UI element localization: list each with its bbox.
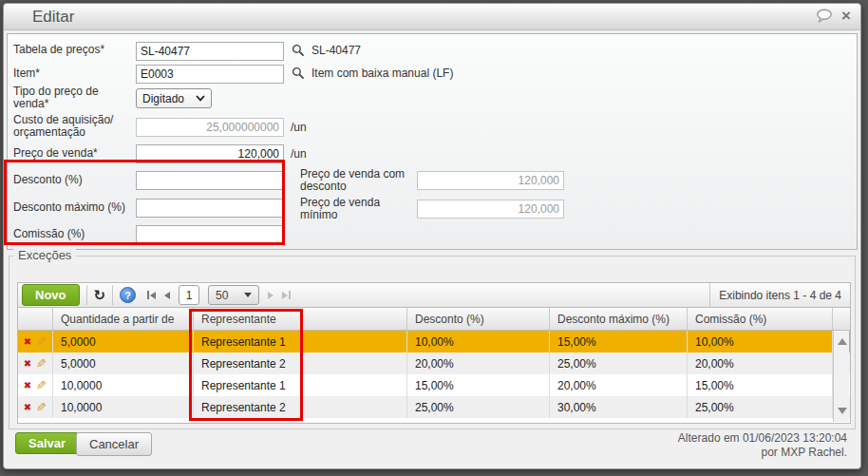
screen-background: Editar × Tabela de preços* SL-40477 <box>0 0 868 476</box>
modified-timestamp: Alterado em 01/06/2023 13:20:04 <box>678 431 847 446</box>
column-header[interactable]: Desconto máximo (%) <box>550 308 688 330</box>
price-table-input[interactable] <box>136 42 284 61</box>
sale-price-unit: /un <box>291 147 307 161</box>
exceptions-table: Quantidade a partir de Representante Des… <box>17 308 851 424</box>
sale-price-input[interactable] <box>136 144 284 163</box>
comment-bubble-icon[interactable] <box>815 9 834 24</box>
sale-price-type-select[interactable]: Digitado <box>136 88 212 108</box>
price-table-lookup-text: SL-40477 <box>311 44 361 57</box>
cell-quantity: 5,0000 <box>53 352 194 374</box>
delete-icon[interactable]: ✖ <box>24 358 31 369</box>
paging-status: Exibindo itens 1 - 4 de 4 <box>709 283 850 307</box>
help-icon[interactable]: ? <box>120 287 136 303</box>
cell-max-discount: 20,00% <box>550 374 688 396</box>
table-row[interactable]: ✖✎ 10,0000 Representante 1 15,00% 20,00%… <box>18 374 850 396</box>
dialog-title: Editar <box>32 8 74 27</box>
page-size-select[interactable]: 50 <box>208 285 259 305</box>
delete-icon[interactable]: ✖ <box>24 402 31 412</box>
page-number-box[interactable]: 1 <box>179 285 199 305</box>
cell-quantity: 10,0000 <box>53 396 194 418</box>
column-header[interactable]: Desconto (%) <box>407 308 550 330</box>
min-price-label: Preço de venda mínimo <box>300 197 419 221</box>
discounted-price-input <box>417 171 564 190</box>
cell-representative: Representante 2 <box>194 352 407 374</box>
item-lookup-text: Item com baixa manual (LF) <box>311 67 453 80</box>
scrollbar-header-spacer <box>833 308 849 330</box>
edit-pencil-icon[interactable]: ✎ <box>36 334 47 349</box>
cell-max-discount: 25,00% <box>550 352 688 374</box>
pagination: 1 50 <box>147 285 291 305</box>
sale-price-type-value: Digitado <box>142 92 184 105</box>
cell-commission: 15,00% <box>688 374 833 396</box>
cell-commission: 20,00% <box>688 352 833 374</box>
column-header[interactable]: Comissão (%) <box>688 308 833 330</box>
cancel-button[interactable]: Cancelar <box>76 432 152 456</box>
refresh-icon[interactable]: ↻ <box>94 288 106 302</box>
search-icon[interactable] <box>292 44 305 57</box>
acquisition-cost-unit: /un <box>291 121 307 134</box>
cell-discount: 20,00% <box>407 352 550 374</box>
edit-pencil-icon[interactable]: ✎ <box>36 400 47 414</box>
edit-pencil-icon[interactable]: ✎ <box>36 356 47 371</box>
cell-representative: Representante 1 <box>194 374 407 396</box>
acquisition-cost-input <box>136 118 284 137</box>
column-header[interactable]: Representante <box>194 308 407 330</box>
dropdown-arrow-icon <box>244 293 252 297</box>
edit-pencil-icon[interactable]: ✎ <box>36 378 47 392</box>
item-label: Item* <box>13 67 137 80</box>
item-input[interactable] <box>136 65 284 84</box>
cell-commission: 25,00% <box>688 396 833 418</box>
table-row[interactable]: ✖✎ 5,0000 Representante 2 20,00% 25,00% … <box>18 352 850 374</box>
cell-max-discount: 30,00% <box>550 396 688 418</box>
close-icon[interactable]: × <box>841 9 851 24</box>
delete-icon[interactable]: ✖ <box>24 380 31 390</box>
delete-icon[interactable]: ✖ <box>24 336 31 347</box>
cell-quantity: 10,0000 <box>53 374 194 396</box>
cell-max-discount: 15,00% <box>550 331 688 352</box>
exceptions-toolbar: Novo ↻ ? 1 50 Exibindo itens 1 - 4 de 4 <box>17 282 851 308</box>
commission-label: Comissão (%) <box>13 228 137 240</box>
acquisition-cost-label: Custo de aquisição/ orçamentação <box>13 114 137 139</box>
previous-page-button[interactable] <box>164 292 170 299</box>
actions-column-header <box>18 308 53 330</box>
toolbar-separator <box>86 285 87 305</box>
last-page-button[interactable] <box>282 291 291 299</box>
sale-price-label: Preço de venda* <box>13 147 137 160</box>
dialog-titlebar: Editar × <box>4 4 860 30</box>
cell-discount: 15,00% <box>407 374 550 396</box>
edit-dialog: Editar × Tabela de preços* SL-40477 <box>3 3 861 469</box>
chevron-down-icon <box>196 95 205 102</box>
modified-author: por MXP Rachel. <box>678 446 847 460</box>
discount-input[interactable] <box>136 171 284 190</box>
cell-representative: Representante 2 <box>194 396 407 418</box>
min-price-input <box>417 200 564 219</box>
table-row[interactable]: ✖✎ 5,0000 Representante 1 10,00% 15,00% … <box>18 331 850 352</box>
save-button[interactable]: Salvar <box>15 432 79 454</box>
search-icon[interactable] <box>292 67 305 80</box>
exceptions-legend: Exceções <box>13 248 76 262</box>
max-discount-input[interactable] <box>136 199 284 218</box>
table-header-row: Quantidade a partir de Representante Des… <box>18 308 850 331</box>
cell-quantity: 5,0000 <box>53 331 194 352</box>
table-scrollbar[interactable] <box>833 331 849 422</box>
discounted-price-label: Preço de venda com desconto <box>300 168 419 193</box>
page-size-value: 50 <box>216 289 228 302</box>
cell-commission: 10,00% <box>688 331 833 352</box>
sale-price-type-label: Tipo do preço de venda* <box>13 86 137 110</box>
table-row[interactable]: ✖✎ 10,0000 Representante 2 25,00% 30,00%… <box>18 396 850 418</box>
column-header[interactable]: Quantidade a partir de <box>53 308 194 330</box>
max-discount-label: Desconto máximo (%) <box>13 201 146 214</box>
commission-input[interactable] <box>136 225 284 244</box>
toolbar-separator <box>112 285 113 305</box>
cell-discount: 10,00% <box>407 331 550 352</box>
new-button[interactable]: Novo <box>22 284 80 306</box>
next-page-button[interactable] <box>268 292 274 299</box>
price-table-label: Tabela de preços* <box>13 44 137 56</box>
cell-discount: 25,00% <box>407 396 550 418</box>
scroll-up-arrow-icon[interactable] <box>838 338 847 345</box>
discount-label: Desconto (%) <box>13 174 137 186</box>
form-panel: Tabela de preços* SL-40477 Item* Item co… <box>7 33 858 250</box>
first-page-button[interactable] <box>147 291 156 299</box>
modified-info: Alterado em 01/06/2023 13:20:04 por MXP … <box>678 431 847 460</box>
scroll-down-arrow-icon[interactable] <box>838 408 847 414</box>
